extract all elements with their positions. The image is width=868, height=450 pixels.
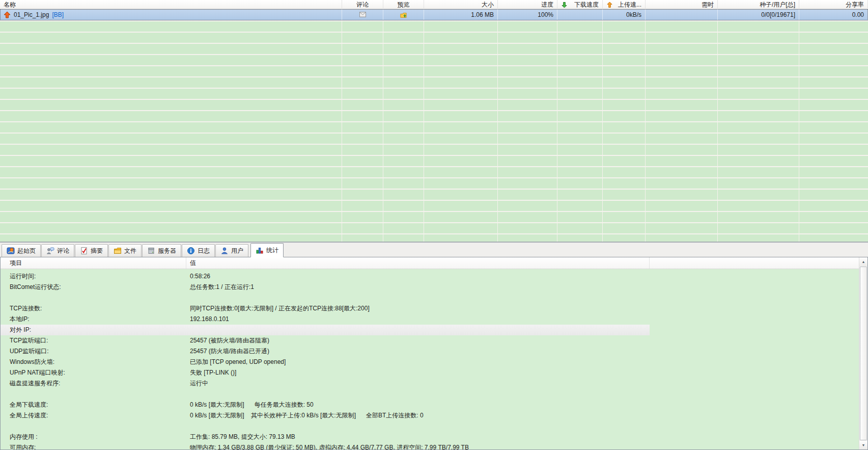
task-cell-value-share_ratio: 0.00: [852, 11, 864, 18]
task-list-empty-area: [0, 20, 868, 243]
statistics-header-row: 项目 值: [1, 257, 859, 269]
task-row-selected[interactable]: 01_Pic_1.jpg[BB]1.06 MB100%0kB/s0/0[0/19…: [0, 9, 868, 20]
stats-item-value: 192.168.0.101: [186, 314, 229, 325]
stats-row[interactable]: 对外 IP:: [1, 325, 859, 335]
grid-column-line: [557, 20, 557, 242]
grid-column-line: [645, 20, 646, 242]
stats-item-value: 运行中: [186, 378, 208, 389]
task-cell-upload_speed: 0kB/s: [603, 9, 646, 20]
task-name-tag: [BB]: [52, 11, 64, 18]
scroll-up-icon[interactable]: ▲: [859, 257, 867, 266]
comment-icon: [46, 247, 54, 255]
column-header-comment[interactable]: 评论: [342, 0, 383, 9]
column-header-preview[interactable]: 预览: [383, 0, 424, 9]
stats-item-label: 对外 IP:: [1, 325, 186, 335]
stats-item-value: 同时TCP连接数:0[最大:无限制] / 正在发起的TCP连接:88[最大:20…: [186, 303, 370, 314]
stats-item-label: UPnP NAT端口映射:: [1, 367, 186, 378]
start-page-icon: [7, 247, 15, 255]
stats-item-value: 已添加 [TCP opened, UDP opened]: [186, 357, 286, 367]
stats-item-value: 物理内存: 1.34 GB/3.88 GB (最少保证: 50 MB), 虚拟内…: [186, 442, 469, 449]
task-cell-eta: [646, 9, 718, 20]
stats-row[interactable]: 内存使用 :工作集: 85.79 MB, 提交大小: 79.13 MB: [1, 432, 859, 442]
tab-statistics[interactable]: 统计: [250, 243, 284, 257]
task-list-header: 名称评论预览大小进度下载速度上传速...需时种子/用户[总]分享率: [0, 0, 868, 9]
preview-folder-icon: [400, 12, 407, 18]
column-header-label: 名称: [4, 1, 16, 9]
tab-summary[interactable]: 摘要: [75, 244, 108, 257]
stats-item-value: 工作集: 85.79 MB, 提交大小: 79.13 MB: [186, 432, 295, 442]
stats-row[interactable]: [1, 293, 859, 303]
statistics-rows: 运行时间:0:58:26BitComet运行状态:总任务数:1 / 正在运行:1…: [1, 269, 859, 449]
stats-column-item-label: 项目: [10, 259, 22, 268]
column-header-eta[interactable]: 需时: [646, 0, 718, 9]
tab-label: 日志: [198, 247, 210, 255]
tab-comment[interactable]: 评论: [41, 244, 74, 257]
stats-item-label: 可用内存:: [1, 442, 186, 449]
stats-row[interactable]: 磁盘提速服务程序:运行中: [1, 378, 859, 389]
tab-peers[interactable]: 用户: [215, 244, 248, 257]
stats-item-label: 磁盘提速服务程序:: [1, 378, 186, 389]
column-header-label: 下载速度: [574, 1, 599, 9]
stats-column-item[interactable]: 项目: [1, 257, 186, 269]
column-header-label: 预览: [398, 1, 410, 9]
tab-server[interactable]: 服务器: [142, 244, 181, 257]
column-header-size[interactable]: 大小: [424, 0, 498, 9]
stats-item-value: [186, 325, 190, 335]
column-header-name[interactable]: 名称: [0, 0, 342, 9]
stats-row[interactable]: [1, 421, 859, 432]
stats-row[interactable]: 本地IP:192.168.0.101: [1, 314, 859, 325]
stats-item-value: [186, 389, 190, 400]
scroll-down-icon[interactable]: ▼: [859, 441, 867, 449]
column-header-share_ratio[interactable]: 分享率: [799, 0, 868, 9]
peers-icon: [220, 247, 229, 255]
column-header-label: 评论: [356, 1, 369, 9]
task-cell-seeds_users: 0/0[0/19671]: [718, 9, 799, 20]
stats-row[interactable]: 全局下载速度:0 kB/s [最大:无限制] 每任务最大连接数: 50: [1, 400, 859, 410]
column-header-progress[interactable]: 进度: [498, 0, 557, 9]
stats-row[interactable]: TCP连接数:同时TCP连接数:0[最大:无限制] / 正在发起的TCP连接:8…: [1, 303, 859, 314]
stats-item-label: TCP连接数:: [1, 303, 186, 314]
column-header-upload_speed[interactable]: 上传速...: [603, 0, 646, 9]
task-cell-download_speed: [557, 9, 603, 20]
task-cell-value-upload_speed: 0kB/s: [626, 11, 641, 18]
task-cell-name: 01_Pic_1.jpg[BB]: [0, 9, 342, 20]
tab-log[interactable]: 日志: [182, 244, 215, 257]
column-header-label: 需时: [702, 1, 714, 9]
grid-column-line: [342, 20, 342, 242]
stats-row[interactable]: Windows防火墙:已添加 [TCP opened, UDP opened]: [1, 357, 859, 367]
scrollbar-thumb[interactable]: [860, 267, 867, 440]
stats-row[interactable]: TCP监听端口:25457 (被防火墙/路由器阻塞): [1, 335, 859, 346]
task-cell-progress: 100%: [498, 9, 557, 20]
tab-label: 用户: [231, 247, 243, 255]
task-up-arrow-icon: [4, 11, 11, 18]
bitcomet-main-window: 名称评论预览大小进度下载速度上传速...需时种子/用户[总]分享率 01_Pic…: [0, 0, 868, 450]
stats-item-label: [1, 389, 186, 400]
column-header-label: 种子/用户[总]: [760, 1, 795, 9]
stats-row[interactable]: 可用内存:物理内存: 1.34 GB/3.88 GB (最少保证: 50 MB)…: [1, 442, 859, 449]
grid-column-line: [424, 20, 424, 242]
task-cell-value-progress: 100%: [538, 11, 553, 18]
tab-label: 摘要: [91, 247, 103, 255]
server-icon: [147, 247, 155, 255]
stats-item-label: [1, 293, 186, 303]
tab-start-page[interactable]: 起始页: [2, 244, 41, 257]
task-cell-share_ratio: 0.00: [799, 9, 868, 20]
column-header-seeds_users[interactable]: 种子/用户[总]: [718, 0, 799, 9]
column-header-download_speed[interactable]: 下载速度: [557, 0, 603, 9]
stats-column-value[interactable]: 值: [186, 257, 650, 269]
stats-row[interactable]: UPnP NAT端口映射:失败 [TP-LINK ()]: [1, 367, 859, 378]
stats-row[interactable]: BitComet运行状态:总任务数:1 / 正在运行:1: [1, 282, 859, 293]
task-cell-value-size: 1.06 MB: [471, 11, 494, 18]
grid-column-line: [717, 20, 718, 242]
stats-row[interactable]: 运行时间:0:58:26: [1, 271, 859, 282]
stats-row[interactable]: [1, 389, 859, 400]
stats-scrollbar[interactable]: ▲ ▼: [859, 257, 867, 449]
tab-files[interactable]: 文件: [108, 244, 142, 257]
stats-item-label: 全局上传速度:: [1, 410, 186, 421]
stats-column-filler: [650, 257, 859, 269]
task-cell-comment: [342, 9, 383, 20]
grid-column-line: [383, 20, 383, 242]
stats-item-label: 内存使用 :: [1, 432, 186, 442]
stats-row[interactable]: 全局上传速度:0 kB/s [最大:无限制] 其中长效种子上传:0 kB/s […: [1, 410, 859, 421]
stats-row[interactable]: UDP监听端口:25457 (防火墙/路由器已开通): [1, 346, 859, 357]
